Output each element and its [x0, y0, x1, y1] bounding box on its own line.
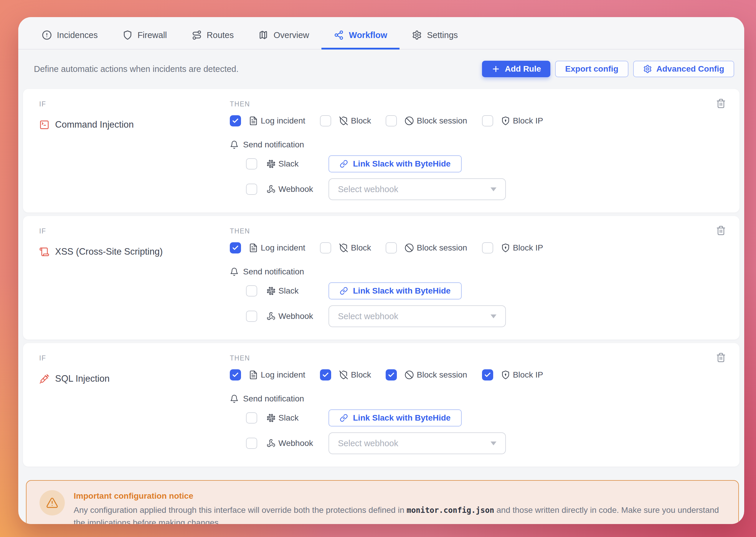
action-log-incident[interactable]: Log incident — [230, 115, 305, 126]
block-ip-checkbox[interactable] — [482, 242, 493, 254]
check-icon — [232, 371, 239, 378]
webhook-select[interactable]: Select webhook — [329, 178, 506, 200]
tab-routes[interactable]: Routes — [179, 17, 246, 50]
webhook-select[interactable]: Select webhook — [329, 305, 506, 327]
webhook-checkbox[interactable] — [246, 438, 257, 449]
slack-checkbox[interactable] — [246, 412, 257, 424]
tab-incidences[interactable]: Incidences — [29, 17, 110, 50]
link-icon — [340, 287, 348, 295]
block-checkbox[interactable] — [320, 369, 331, 381]
syringe-icon — [39, 374, 50, 384]
tab-label: Firewall — [138, 30, 167, 40]
link-slack-button[interactable]: Link Slack with ByteHide — [329, 155, 462, 172]
ban-icon — [405, 116, 414, 126]
slack-checkbox[interactable] — [246, 158, 257, 170]
webhook-checkbox[interactable] — [246, 310, 257, 322]
link-slack-button[interactable]: Link Slack with ByteHide — [329, 409, 462, 427]
webhook-icon — [267, 439, 275, 448]
action-block[interactable]: Block — [320, 115, 371, 126]
bell-icon — [230, 267, 239, 276]
workflow-icon — [334, 30, 344, 40]
advanced-config-button[interactable]: Advanced Config — [633, 61, 734, 77]
rule-card-sql-injection: IF SQL Injection THEN Log incident — [23, 343, 739, 467]
action-log-incident[interactable]: Log incident — [230, 369, 305, 381]
trash-icon — [716, 226, 726, 235]
action-block[interactable]: Block — [320, 242, 371, 254]
slack-channel-row: Slack Link Slack with ByteHide — [230, 409, 739, 427]
rule-name: Command Injection — [39, 119, 230, 130]
configuration-notice: Important configuration notice Any confi… — [26, 480, 739, 524]
check-icon — [232, 117, 239, 124]
map-icon — [259, 30, 268, 40]
shield-lock-icon — [501, 370, 510, 380]
tab-firewall[interactable]: Firewall — [110, 17, 179, 50]
then-label: THEN — [230, 100, 739, 108]
block-session-checkbox[interactable] — [386, 369, 397, 381]
link-slack-button[interactable]: Link Slack with ByteHide — [329, 282, 462, 300]
webhook-icon — [267, 185, 275, 194]
webhook-icon — [267, 312, 275, 321]
webhook-select[interactable]: Select webhook — [329, 433, 506, 454]
rule-card-xss: IF XSS (Cross-Site Scripting) THEN Log i… — [23, 216, 739, 340]
action-block[interactable]: Block — [320, 369, 371, 381]
action-block-ip[interactable]: Block IP — [482, 115, 543, 126]
route-icon — [192, 30, 202, 40]
action-row: Log incident Block Block session — [230, 369, 739, 381]
slack-checkbox[interactable] — [246, 285, 257, 297]
send-notification-label: Send notification — [230, 394, 739, 403]
link-icon — [340, 160, 348, 168]
action-block-session[interactable]: Block session — [386, 369, 467, 381]
log-incident-checkbox[interactable] — [230, 115, 241, 126]
shield-off-icon — [339, 370, 348, 380]
chevron-down-icon — [491, 314, 497, 318]
block-checkbox[interactable] — [320, 115, 331, 126]
alert-circle-icon — [42, 30, 52, 40]
tab-label: Overview — [273, 30, 309, 40]
action-log-incident[interactable]: Log incident — [230, 242, 305, 254]
delete-rule-button[interactable] — [716, 99, 726, 109]
if-label: IF — [39, 100, 230, 108]
warning-triangle-icon — [39, 490, 65, 516]
block-session-checkbox[interactable] — [386, 242, 397, 254]
file-text-icon — [249, 243, 258, 253]
send-notification-label: Send notification — [230, 267, 739, 276]
action-block-ip[interactable]: Block IP — [482, 242, 543, 254]
block-session-checkbox[interactable] — [386, 115, 397, 126]
rule-list: IF Command Injection THEN Log incident — [18, 89, 744, 467]
config-file-name: monitor.config.json — [407, 506, 494, 515]
block-ip-checkbox[interactable] — [482, 115, 493, 126]
webhook-checkbox[interactable] — [246, 184, 257, 195]
delete-rule-button[interactable] — [716, 352, 726, 363]
chevron-down-icon — [491, 441, 497, 445]
tab-settings[interactable]: Settings — [400, 17, 470, 50]
toolbar: Define automatic actions when incidents … — [18, 50, 744, 89]
notice-title: Important configuration notice — [74, 490, 725, 501]
delete-rule-button[interactable] — [716, 226, 726, 236]
add-rule-button[interactable]: Add Rule — [482, 61, 550, 77]
slack-channel-row: Slack Link Slack with ByteHide — [230, 155, 739, 172]
ban-icon — [405, 243, 414, 253]
shield-lock-icon — [501, 243, 510, 253]
block-checkbox[interactable] — [320, 242, 331, 254]
webhook-channel-row: Webhook Select webhook — [230, 178, 739, 200]
plus-icon — [492, 64, 500, 73]
tab-workflow[interactable]: Workflow — [321, 17, 400, 50]
tab-overview[interactable]: Overview — [246, 17, 321, 50]
log-incident-checkbox[interactable] — [230, 242, 241, 254]
slack-icon — [267, 286, 275, 295]
gear-icon — [412, 30, 422, 40]
action-block-ip[interactable]: Block IP — [482, 369, 543, 381]
ban-icon — [405, 370, 414, 380]
action-block-session[interactable]: Block session — [386, 115, 467, 126]
tab-label: Incidences — [57, 30, 98, 40]
tab-label: Routes — [207, 30, 234, 40]
trash-icon — [716, 352, 726, 362]
log-incident-checkbox[interactable] — [230, 369, 241, 381]
block-ip-checkbox[interactable] — [482, 369, 493, 381]
tab-bar: Incidences Firewall Routes Overview Work… — [18, 17, 744, 50]
shield-off-icon — [339, 243, 348, 253]
action-row: Log incident Block Block session — [230, 242, 739, 254]
action-block-session[interactable]: Block session — [386, 242, 467, 254]
export-config-button[interactable]: Export config — [555, 61, 628, 77]
webhook-channel-row: Webhook Select webhook — [230, 305, 739, 327]
